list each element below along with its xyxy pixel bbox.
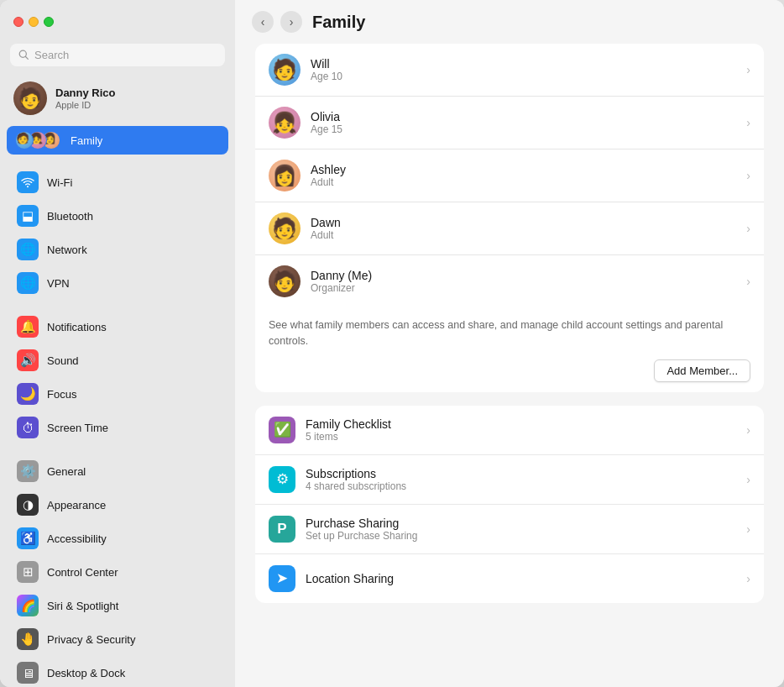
sidebar-item-general[interactable]: ⚙️ General	[7, 455, 228, 487]
feature-info-subscriptions: Subscriptions 4 shared subscriptions	[306, 467, 736, 492]
sidebar-item-screentime[interactable]: ⏱ Screen Time	[7, 412, 228, 443]
sidebar-item-accessibility[interactable]: ♿ Accessibility	[7, 522, 228, 554]
feature-sub-subscriptions: 4 shared subscriptions	[306, 480, 736, 492]
sidebar-item-label-screentime: Screen Time	[47, 422, 108, 434]
member-name-will: Will	[311, 57, 736, 71]
member-avatar-olivia: 👧	[269, 107, 301, 139]
member-avatar-danny: 🧑	[269, 265, 301, 297]
main-panel: ‹ › Family 🧑 Will Age 10 ›	[235, 0, 784, 687]
member-row-olivia[interactable]: 👧 Olivia Age 15 ›	[255, 97, 764, 149]
sidebar-item-appearance[interactable]: ◑ Appearance	[7, 489, 228, 521]
sidebar-item-label-privacy: Privacy & Security	[47, 633, 135, 646]
member-row-will[interactable]: 🧑 Will Age 10 ›	[255, 44, 764, 97]
location-icon: ➤	[269, 565, 295, 592]
member-info-will: Will Age 10	[311, 57, 736, 82]
purchase-icon: P	[269, 516, 295, 543]
sidebar-item-label-controlcenter: Control Center	[47, 566, 118, 579]
traffic-lights	[13, 17, 54, 27]
sidebar-item-wifi[interactable]: Wi-Fi	[7, 166, 228, 198]
sidebar-item-network[interactable]: 🌐 Network	[7, 233, 228, 265]
general-icon: ⚙️	[17, 460, 39, 482]
titlebar	[0, 0, 235, 44]
sidebar-item-label-focus: Focus	[47, 388, 76, 401]
member-name-dawn: Dawn	[311, 216, 736, 229]
sidebar-item-family[interactable]: 🧑 👧 👩 Family	[7, 126, 228, 155]
member-name-danny: Danny (Me)	[311, 269, 736, 282]
vpn-icon: 🌐	[17, 272, 39, 294]
member-info-danny: Danny (Me) Organizer	[311, 269, 736, 294]
add-member-button[interactable]: Add Member...	[654, 359, 750, 382]
sidebar-item-notifications[interactable]: 🔔 Notifications	[7, 311, 228, 343]
notifications-icon: 🔔	[17, 316, 39, 338]
member-avatar-dawn: 🧑	[269, 212, 301, 244]
main-header: ‹ › Family	[235, 0, 784, 44]
feature-row-location[interactable]: ➤ Location Sharing ›	[255, 554, 764, 603]
minimize-button[interactable]	[29, 17, 39, 27]
siri-icon: 🌈	[17, 595, 39, 616]
sidebar-item-label-vpn: VPN	[47, 277, 70, 290]
sidebar-item-label-network: Network	[47, 244, 87, 256]
sidebar-item-label-sound: Sound	[47, 354, 79, 367]
wifi-icon	[17, 171, 39, 193]
chevron-icon: ›	[746, 169, 750, 182]
family-description: See what family members can access and s…	[255, 307, 764, 349]
sidebar-item-label-appearance: Appearance	[47, 499, 106, 511]
member-row-dawn[interactable]: 🧑 Dawn Adult ›	[255, 202, 764, 255]
forward-button[interactable]: ›	[280, 11, 302, 33]
member-info-ashley: Ashley Adult	[311, 163, 736, 188]
feature-sub-purchase: Set up Purchase Sharing	[306, 530, 736, 542]
chevron-icon: ›	[746, 116, 750, 129]
member-role-dawn: Adult	[311, 229, 736, 241]
sidebar-item-bluetooth[interactable]: ⬓ Bluetooth	[7, 200, 228, 232]
chevron-icon: ›	[746, 522, 750, 536]
search-icon	[18, 50, 29, 60]
svg-line-1	[26, 57, 29, 60]
feature-name-subscriptions: Subscriptions	[306, 467, 736, 480]
members-card: 🧑 Will Age 10 › 👧 Olivia Age 15	[255, 44, 764, 392]
sidebar-item-label-bluetooth: Bluetooth	[47, 210, 93, 223]
user-info: Danny Rico Apple ID	[55, 87, 116, 111]
feature-info-purchase: Purchase Sharing Set up Purchase Sharing	[306, 517, 736, 542]
appearance-icon: ◑	[17, 494, 39, 516]
sidebar-item-sound[interactable]: 🔊 Sound	[7, 344, 228, 376]
member-name-olivia: Olivia	[311, 110, 736, 123]
sidebar-item-focus[interactable]: 🌙 Focus	[7, 378, 228, 410]
sidebar-item-privacy[interactable]: 🤚 Privacy & Security	[7, 623, 228, 655]
focus-icon: 🌙	[17, 383, 39, 405]
member-role-will: Age 10	[311, 71, 736, 82]
sidebar-item-label-accessibility: Accessibility	[47, 532, 107, 545]
member-info-olivia: Olivia Age 15	[311, 110, 736, 135]
privacy-icon: 🤚	[17, 628, 39, 650]
fullscreen-button[interactable]	[44, 17, 54, 27]
sidebar-item-controlcenter[interactable]: ⊞ Control Center	[7, 556, 228, 588]
sidebar-item-label-wifi: Wi-Fi	[47, 176, 72, 189]
sidebar-item-desktop[interactable]: 🖥 Desktop & Dock	[7, 657, 228, 687]
chevron-icon: ›	[746, 423, 750, 437]
feature-row-subscriptions[interactable]: ⚙ Subscriptions 4 shared subscriptions ›	[255, 455, 764, 505]
chevron-icon: ›	[746, 63, 750, 76]
add-member-row: Add Member...	[255, 349, 764, 392]
chevron-icon: ›	[746, 473, 750, 486]
feature-row-purchase[interactable]: P Purchase Sharing Set up Purchase Shari…	[255, 505, 764, 554]
sidebar: Search 🧑 Danny Rico Apple ID 🧑 👧 👩 Famil…	[0, 0, 235, 687]
search-placeholder: Search	[34, 49, 69, 61]
close-button[interactable]	[13, 17, 24, 27]
user-profile[interactable]: 🧑 Danny Rico Apple ID	[0, 73, 235, 125]
bluetooth-icon: ⬓	[17, 205, 39, 227]
feature-cards: ✅ Family Checklist 5 items › ⚙ Subscript…	[255, 406, 764, 603]
back-button[interactable]: ‹	[252, 11, 274, 33]
avatar: 🧑	[13, 81, 47, 115]
member-row-ashley[interactable]: 👩 Ashley Adult ›	[255, 149, 764, 202]
accessibility-icon: ♿	[17, 527, 39, 549]
feature-row-checklist[interactable]: ✅ Family Checklist 5 items ›	[255, 406, 764, 455]
feature-sub-checklist: 5 items	[306, 431, 736, 443]
sidebar-item-label-desktop: Desktop & Dock	[47, 667, 125, 679]
sidebar-item-siri[interactable]: 🌈 Siri & Spotlight	[7, 590, 228, 621]
sidebar-item-vpn[interactable]: 🌐 VPN	[7, 267, 228, 299]
search-bar[interactable]: Search	[10, 44, 225, 66]
member-role-danny: Organizer	[311, 282, 736, 294]
member-row-danny[interactable]: 🧑 Danny (Me) Organizer ›	[255, 255, 764, 307]
sidebar-item-label-general: General	[47, 465, 86, 478]
scroll-area: 🧑 Will Age 10 › 👧 Olivia Age 15	[235, 44, 784, 687]
main-window: Search 🧑 Danny Rico Apple ID 🧑 👧 👩 Famil…	[0, 0, 784, 687]
